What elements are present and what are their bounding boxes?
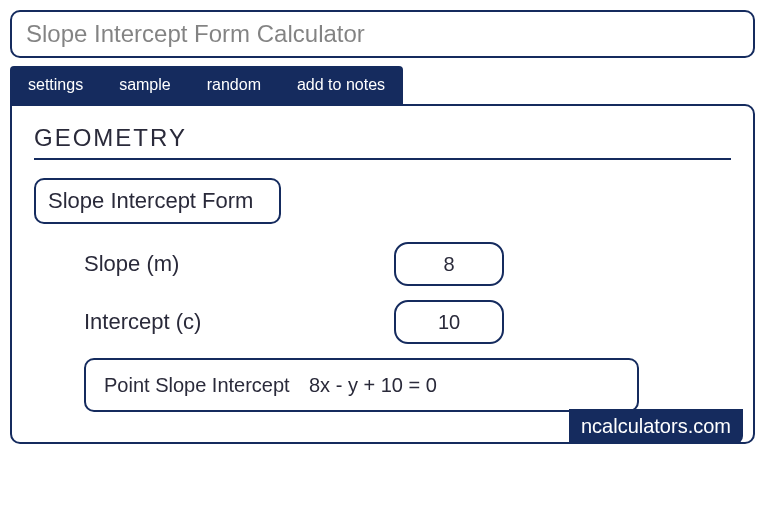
main-panel: GEOMETRY Slope Intercept Form Slope (m) … [10, 104, 755, 444]
slope-row: Slope (m) 8 [34, 242, 731, 286]
tab-add-to-notes[interactable]: add to notes [279, 66, 403, 104]
result-box: Point Slope Intercept 8x - y + 10 = 0 [84, 358, 639, 412]
subtitle-box: Slope Intercept Form [34, 178, 281, 224]
intercept-row: Intercept (c) 10 [34, 300, 731, 344]
title-bar: Slope Intercept Form Calculator [10, 10, 755, 58]
page-title: Slope Intercept Form Calculator [26, 20, 739, 48]
tab-random[interactable]: random [189, 66, 279, 104]
result-value: 8x - y + 10 = 0 [309, 374, 437, 397]
intercept-label: Intercept (c) [84, 309, 394, 335]
tab-sample[interactable]: sample [101, 66, 189, 104]
site-badge: ncalculators.com [569, 409, 743, 444]
tabs-container: settings sample random add to notes [10, 66, 403, 104]
slope-input[interactable]: 8 [394, 242, 504, 286]
slope-label: Slope (m) [84, 251, 394, 277]
tab-settings[interactable]: settings [10, 66, 101, 104]
intercept-input[interactable]: 10 [394, 300, 504, 344]
result-label: Point Slope Intercept [104, 372, 309, 398]
section-title: GEOMETRY [34, 124, 731, 160]
